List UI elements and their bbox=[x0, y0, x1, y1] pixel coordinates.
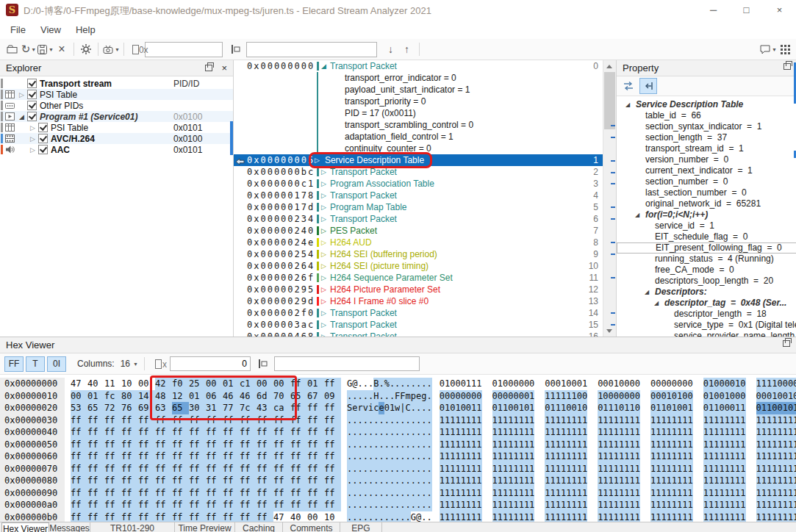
float-panel-icon[interactable] bbox=[783, 340, 790, 347]
expander-collapsed-icon[interactable]: ▷ bbox=[321, 237, 326, 248]
reopen-icon[interactable]: ↻▼ bbox=[21, 41, 37, 57]
float-panel-icon[interactable] bbox=[205, 65, 212, 71]
property-row[interactable]: version_number = 0 bbox=[617, 154, 796, 165]
packet-field[interactable]: transport_error_indicator = 0 bbox=[318, 72, 616, 84]
hex-row[interactable]: 0x00000030ffffffffffffffffffffffffffffff… bbox=[0, 414, 796, 427]
tab-tr101-290[interactable]: TR101-290 bbox=[90, 522, 175, 532]
expander-collapsed-icon[interactable]: ▷ bbox=[321, 307, 326, 319]
checkbox[interactable] bbox=[27, 79, 37, 88]
expander-collapsed-icon[interactable]: ▷ bbox=[321, 284, 326, 295]
packet-row-transport-packet[interactable]: 0x00000468▷Transport Packet16 bbox=[234, 331, 616, 337]
expander-expanded-icon[interactable]: ◢ bbox=[654, 300, 659, 306]
packet-row-transport-packet[interactable]: 0x000003ac▷Transport Packet15 bbox=[234, 319, 616, 331]
property-row[interactable]: ◢Descriptors: bbox=[617, 287, 796, 298]
scroll-up-arrow-icon[interactable] bbox=[603, 60, 616, 72]
packet-row-h264-i-frame-0-slice-0[interactable]: 0x0000029d▷H264 I Frame #0 slice #013 bbox=[234, 295, 616, 307]
property-row[interactable]: ◢for(i=0;i<N;i++) bbox=[617, 209, 796, 220]
explorer-row-psi-table[interactable]: ▷PSI Table0x0101 bbox=[0, 122, 233, 133]
tab-comments[interactable]: Comments bbox=[283, 522, 340, 532]
chevron-down-icon[interactable]: ▼ bbox=[133, 362, 138, 367]
expander-collapsed-icon[interactable]: ▷ bbox=[321, 319, 326, 331]
columns-value[interactable]: 16 bbox=[121, 359, 130, 369]
offset-input[interactable] bbox=[170, 356, 251, 371]
vertical-scrollbar[interactable] bbox=[603, 60, 616, 337]
hex-row[interactable]: 0x00000040ffffffffffffffffffffffffffffff… bbox=[0, 426, 796, 439]
expander-collapsed-icon[interactable]: ▷ bbox=[321, 178, 326, 190]
packet-row-transport-packet[interactable]: 0x000002f0▷Transport Packet14 bbox=[234, 307, 616, 319]
packet-row-h264-aud[interactable]: 0x0000024e▷H264 AUD8 bbox=[234, 237, 616, 248]
expander-collapsed-icon[interactable]: ▷ bbox=[321, 272, 326, 284]
packet-field[interactable]: transport_scrambling_control = 0 bbox=[318, 119, 616, 131]
comments-icon[interactable]: ▼ bbox=[759, 41, 777, 57]
expander-collapsed-icon[interactable]: ▷ bbox=[321, 248, 326, 260]
hex-row[interactable]: 0x00000060ffffffffffffffffffffffffffffff… bbox=[0, 450, 796, 463]
packet-row-program-map-table[interactable]: 0x0000017d▷Program Map Table5 bbox=[234, 201, 616, 213]
capture-device-icon[interactable]: ▼ bbox=[102, 41, 120, 57]
expander-collapsed-icon[interactable]: ▷ bbox=[321, 331, 326, 337]
property-row[interactable]: EIT_present_following_flag = 0 bbox=[617, 242, 796, 254]
hex-row[interactable]: 0x00000080ffffffffffffffffffffffffffffff… bbox=[0, 475, 796, 487]
goto-offset-icon[interactable] bbox=[254, 356, 270, 372]
hex-mode-button-t[interactable]: T bbox=[26, 356, 45, 372]
find-prev-button[interactable]: ↑ bbox=[399, 41, 415, 57]
open-file-icon[interactable] bbox=[4, 41, 21, 57]
hex-mode-button-ff[interactable]: FF bbox=[4, 356, 24, 372]
hex-row[interactable]: 0x00000050ffffffffffffffffffffffffffffff… bbox=[0, 439, 796, 451]
property-row[interactable]: running_status = 4 (Running) bbox=[617, 254, 796, 265]
search-input[interactable] bbox=[246, 42, 377, 57]
property-row[interactable]: service_id = 1 bbox=[617, 220, 796, 231]
property-row[interactable]: EIT_schedule_flag = 0 bbox=[617, 231, 796, 242]
explorer-row-aac[interactable]: ▷AAC0x0101 bbox=[0, 144, 233, 155]
expander-collapsed-icon[interactable]: ▷ bbox=[321, 295, 326, 307]
explorer-row-avc-h-264[interactable]: ▷AVC/H.2640x0100 bbox=[0, 133, 233, 144]
expander-collapsed-icon[interactable]: ▷ bbox=[321, 225, 326, 237]
explorer-row-psi-table[interactable]: ▷PSI Table bbox=[0, 89, 233, 100]
property-row[interactable]: free_CA_mode = 0 bbox=[617, 265, 796, 276]
packet-field[interactable]: payload_unit_start_indicator = 1 bbox=[318, 84, 616, 96]
tab-messages[interactable]: Messages bbox=[49, 522, 90, 532]
minimize-button[interactable]: ─ bbox=[697, 0, 730, 21]
expander-expanded-icon[interactable]: ◢ bbox=[18, 113, 26, 121]
property-row[interactable]: transport_stream_id = 1 bbox=[617, 143, 796, 154]
expander-collapsed-icon[interactable]: ▷ bbox=[29, 135, 37, 143]
menu-view[interactable]: View bbox=[33, 23, 68, 37]
packet-row-service-description-table[interactable]: 0x00000005▷Service Description Table1 bbox=[234, 154, 616, 166]
packet-field[interactable]: PID = 17 (0x0011) bbox=[318, 107, 616, 119]
hex-row[interactable]: 0x00000070ffffffffffffffffffffffffffffff… bbox=[0, 463, 796, 475]
maximize-button[interactable]: □ bbox=[730, 0, 763, 21]
property-row[interactable]: original_network_id = 65281 bbox=[617, 198, 796, 209]
goto-address-input[interactable] bbox=[145, 42, 223, 57]
packet-row-transport-packet[interactable]: 0x00000234▷Transport Packet6 bbox=[234, 213, 616, 225]
property-row[interactable]: section_number = 0 bbox=[617, 176, 796, 187]
property-row[interactable]: descriptors_loop_length = 20 bbox=[617, 276, 796, 287]
expander-collapsed-icon[interactable]: ▷ bbox=[29, 146, 37, 154]
hex-mode-button-0i[interactable]: 0I bbox=[47, 356, 66, 372]
property-row[interactable]: current_next_indicator = 1 bbox=[617, 165, 796, 176]
packet-field[interactable]: adaptation_field_control = 1 bbox=[318, 131, 616, 143]
hex-row[interactable]: 0x000000100001fc80144812010646466d706567… bbox=[0, 390, 796, 403]
hex-row[interactable]: 0x000000a0ffffffffffffffffffffffffffffff… bbox=[0, 499, 796, 511]
packet-row-h264-sei-buffering-period[interactable]: 0x00000254▷H264 SEI (buffering period)9 bbox=[234, 248, 616, 260]
expander-expanded-icon[interactable]: ◢ bbox=[321, 60, 326, 72]
expander-expanded-icon[interactable]: ◢ bbox=[645, 289, 649, 295]
packet-row-transport-packet[interactable]: 0x00000178▷Transport Packet4 bbox=[234, 190, 616, 201]
expander-collapsed-icon[interactable]: ▷ bbox=[321, 201, 326, 213]
tab-epg[interactable]: EPG bbox=[340, 522, 382, 532]
property-row[interactable]: descriptor_length = 18 bbox=[617, 309, 796, 320]
explorer-row-other-pids[interactable]: Other PIDs bbox=[0, 100, 233, 111]
expander-collapsed-icon[interactable]: ▷ bbox=[18, 91, 26, 98]
goto-offset-icon[interactable] bbox=[227, 41, 243, 57]
scrollbar-thumb[interactable] bbox=[604, 72, 615, 129]
packet-row-program-association-table[interactable]: 0x000000c1▷Program Association Table3 bbox=[234, 178, 616, 190]
expander-collapsed-icon[interactable]: ▷ bbox=[321, 190, 326, 201]
hex-row[interactable]: 0x00000000474011100042f0250001c10000ff01… bbox=[0, 378, 796, 390]
property-row[interactable]: service_provider_name_length bbox=[617, 331, 796, 337]
expander-expanded-icon[interactable]: ◢ bbox=[635, 212, 639, 218]
property-row[interactable]: service_type = 0x1 (Digital tele... bbox=[617, 320, 796, 331]
checkbox[interactable] bbox=[38, 123, 48, 132]
checkbox[interactable] bbox=[27, 90, 37, 99]
packet-row-h264-sequence-parameter-set[interactable]: 0x0000026f▷H264 Sequence Parameter Set11 bbox=[234, 272, 616, 284]
hex-search-input[interactable] bbox=[274, 356, 420, 371]
menu-help[interactable]: Help bbox=[68, 23, 103, 37]
packet-row-pes-packet[interactable]: 0x00000240▷PES Packet7 bbox=[234, 225, 616, 237]
